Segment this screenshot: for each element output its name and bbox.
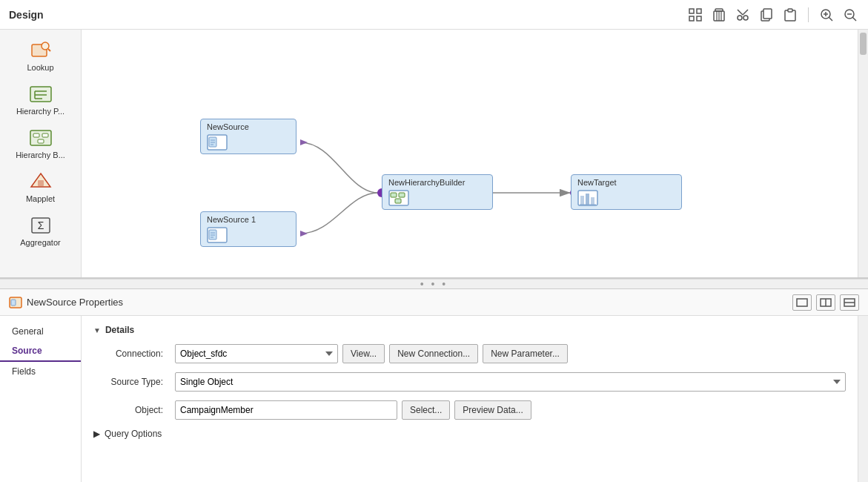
svg-rect-64 [591, 197, 594, 205]
sidebar-item-lookup[interactable]: Lookup [7, 36, 74, 76]
svg-line-18 [829, 17, 832, 21]
design-area: Lookup Hierarchy P... [0, 30, 868, 279]
node-newsource[interactable]: NewSource [200, 119, 296, 154]
svg-line-22 [852, 17, 856, 21]
object-controls: Select... Preview Data... [175, 400, 846, 420]
sidebar-item-hierarchy-p-label: Hierarchy P... [16, 107, 64, 116]
node-newsource1-title: NewSource 1 [207, 215, 290, 224]
svg-rect-58 [391, 193, 397, 197]
drag-dots: • • • [420, 278, 448, 290]
mapplet-icon [29, 171, 53, 192]
properties-title-text: NewSource Properties [27, 297, 123, 308]
svg-point-10 [743, 16, 748, 20]
object-label: Object: [93, 405, 168, 415]
aggregator-icon: Σ [29, 215, 53, 236]
panel-split-v-icon[interactable] [840, 294, 859, 311]
node-newtarget-icon [577, 190, 598, 206]
svg-rect-33 [33, 133, 39, 137]
props-nav-fields[interactable]: Fields [0, 362, 81, 381]
design-canvas[interactable]: NewSource NewSource 1 [82, 30, 858, 277]
svg-rect-62 [580, 196, 584, 205]
sidebar-item-mapplet[interactable]: Mapplet [7, 167, 74, 208]
source-type-select[interactable]: Single Object Multiple Objects [175, 372, 846, 392]
details-section-header[interactable]: ▼ Details [93, 325, 846, 335]
sidebar-item-hierarchy-p[interactable]: Hierarchy P... [7, 79, 74, 120]
connection-controls: Object_sfdc View... New Connection... Ne… [175, 344, 846, 363]
svg-rect-2 [689, 16, 694, 21]
scissors-icon[interactable] [734, 6, 752, 24]
svg-rect-1 [697, 9, 701, 13]
panel-split-h-icon[interactable] [816, 294, 835, 311]
svg-rect-16 [788, 9, 792, 12]
svg-rect-68 [797, 299, 807, 306]
svg-line-26 [48, 49, 50, 51]
node-newsource-icon [207, 134, 228, 151]
properties-body: General Source Fields ▼ Details Connecti… [0, 316, 868, 482]
properties-title-icon [9, 297, 22, 308]
sidebar-item-hierarchy-b[interactable]: Hierarchy B... [7, 123, 74, 164]
grid-icon[interactable] [686, 6, 704, 24]
svg-rect-34 [42, 133, 48, 137]
node-newhierarchybuilder-icon [388, 190, 409, 206]
svg-rect-27 [30, 87, 51, 102]
node-newhierarchybuilder[interactable]: NewHierarchyBuilder [382, 174, 493, 210]
connection-label: Connection: [93, 349, 168, 359]
props-content: ▼ Details Connection: Object_sfdc View..… [82, 316, 858, 482]
svg-text:Σ: Σ [37, 219, 44, 231]
svg-rect-8 [715, 9, 723, 11]
view-button[interactable]: View... [342, 344, 385, 363]
sidebar-item-aggregator-label: Aggregator [20, 238, 60, 247]
connection-row: Connection: Object_sfdc View... New Conn… [93, 344, 846, 363]
zoom-in-icon[interactable] [818, 6, 835, 24]
properties-panel: NewSource Properties General Source Fi [0, 289, 868, 482]
hierarchy-p-icon [29, 84, 53, 105]
toolbar-icons [686, 6, 859, 24]
zoom-out-icon[interactable] [841, 6, 859, 24]
props-nav: General Source Fields [0, 316, 82, 482]
sidebar-item-aggregator[interactable]: Σ Aggregator [7, 211, 74, 251]
node-newtarget[interactable]: NewTarget [571, 174, 682, 210]
sidebar-item-lookup-label: Lookup [27, 63, 53, 72]
clipboard-icon[interactable] [781, 6, 799, 24]
properties-header-icons [792, 294, 859, 311]
props-nav-source[interactable]: Source [0, 341, 81, 362]
props-content-scrollbar[interactable] [858, 316, 868, 482]
lookup-icon [29, 40, 53, 61]
component-sidebar: Lookup Hierarchy P... [0, 30, 82, 277]
properties-title-area: NewSource Properties [9, 297, 123, 308]
top-toolbar: Design [0, 0, 868, 30]
select-button[interactable]: Select... [402, 400, 450, 420]
props-nav-general[interactable]: General [0, 322, 81, 341]
svg-point-25 [42, 42, 49, 50]
query-options-label: Query Options [105, 429, 162, 439]
node-newsource1[interactable]: NewSource 1 [200, 211, 296, 247]
toolbar-divider [808, 7, 809, 22]
node-newsource-title: NewSource [207, 122, 290, 131]
preview-data-button[interactable]: Preview Data... [454, 400, 531, 420]
svg-marker-42 [300, 139, 308, 145]
connection-select[interactable]: Object_sfdc [175, 344, 338, 363]
svg-rect-60 [395, 199, 401, 203]
svg-marker-43 [300, 231, 308, 237]
svg-rect-35 [38, 139, 44, 143]
details-toggle-icon: ▼ [93, 326, 101, 334]
svg-rect-37 [38, 180, 44, 186]
canvas-scrollbar[interactable] [858, 30, 868, 277]
query-options-header[interactable]: ▶ Query Options [93, 429, 846, 439]
hierarchy-b-icon [29, 128, 53, 148]
panel-single-icon[interactable] [792, 294, 812, 311]
object-row: Object: Select... Preview Data... [93, 400, 846, 420]
new-connection-button[interactable]: New Connection... [389, 344, 478, 363]
source-type-label: Source Type: [93, 377, 168, 387]
svg-rect-59 [399, 193, 405, 197]
drag-handle[interactable]: • • • [0, 279, 868, 289]
node-newhierarchybuilder-title: NewHierarchyBuilder [388, 178, 486, 187]
new-parameter-button[interactable]: New Parameter... [483, 344, 568, 363]
trash-icon[interactable] [710, 6, 728, 24]
page-title: Design [9, 9, 44, 21]
svg-rect-63 [586, 194, 589, 205]
copy-icon[interactable] [758, 6, 775, 24]
svg-rect-0 [689, 9, 694, 13]
source-type-controls: Single Object Multiple Objects [175, 372, 846, 392]
object-input[interactable] [175, 400, 397, 420]
